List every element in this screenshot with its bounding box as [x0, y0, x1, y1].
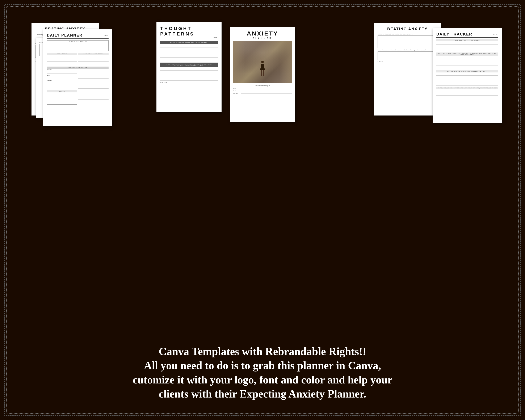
thought-q2-sub: ( Poor night's sleep, didn't eat, etc. — [162, 65, 216, 66]
feeling-line2 — [78, 59, 109, 62]
task-line3 — [47, 62, 77, 65]
cover-address-field: Address — [233, 93, 292, 94]
person-legs — [260, 70, 265, 76]
page-content-daily-planner: DAILY PLANNER DATE: TODAY'S AFFIRMATION … — [43, 29, 112, 126]
cover-email-line — [241, 91, 292, 91]
feeling-line3 — [78, 62, 109, 65]
anxiety-subtitle: PLANNER — [233, 37, 292, 39]
anxiety-main-title: ANXIETY — [233, 30, 292, 37]
anxiety-title-area: ANXIETY PLANNER — [233, 30, 292, 39]
tracker-date: DATE: — [494, 34, 498, 35]
bottom-line2: All you need to do is to grab this plann… — [27, 358, 498, 373]
task-line2 — [47, 59, 77, 62]
task-line1 — [47, 56, 77, 58]
notes-section: NOTES — [47, 90, 109, 105]
morning-label: MORNING — [47, 69, 55, 71]
evening-line — [47, 82, 77, 84]
right-back-q7-box — [378, 51, 437, 60]
notes-lines-col — [78, 90, 109, 105]
grounding-cols: MORNING NOON EVENING — [47, 69, 109, 89]
cover-address-label: Address — [233, 93, 240, 94]
cover-email-label: Email — [233, 90, 240, 92]
grounding-label: GROUNDING ACTIVITIES — [47, 66, 109, 69]
noon-label: NOON — [47, 75, 55, 76]
tasks-col: TOP 3 TASKS — [47, 53, 77, 66]
daily-planner-date: DATE: — [104, 35, 109, 36]
right-back-q8: 8. Do I fe... — [378, 61, 437, 62]
cover-crowd-image — [233, 41, 292, 83]
evening-row: EVENING — [47, 80, 77, 81]
thought-if: IF YOU HA... — [160, 82, 218, 83]
cover-name-label: Name — [233, 88, 240, 89]
thought-q1-box: WHICH THOUGHTS OCCUR MORE THAN OTHERS? — [160, 41, 218, 44]
crowd-blur-left — [233, 41, 245, 83]
noon-row: NOON — [47, 75, 77, 76]
tasks-feeling-row: TOP 3 TASKS HOW I'M FEELING TODAY — [47, 53, 109, 66]
grounding-times: MORNING NOON EVENING — [47, 69, 77, 89]
tracker-title: DAILY TRACKER — [436, 32, 472, 37]
feeling-col: HOW I'M FEELING TODAY — [78, 53, 109, 66]
right-back-q7: 7. How does my view of the world increas… — [378, 49, 437, 51]
tracker-q4-label: IF YOU COULD DO ANYTHING TO LIFT YOUR SP… — [436, 87, 498, 89]
bottom-text-area: Canva Templates with Rebrandable Rights!… — [10, 340, 515, 407]
evening-label: EVENING — [47, 80, 55, 81]
bottom-line4: clients with their Expecting Anxiety Pla… — [27, 387, 498, 401]
bottom-line3: cutomize it with your logo, font and col… — [27, 373, 498, 387]
person-leg-right — [263, 70, 264, 76]
tasks-label: TOP 3 TASKS — [47, 53, 77, 55]
right-back-title: BEATING ANXIETY — [378, 27, 437, 31]
crowd-blur-right — [280, 41, 292, 83]
cover-name-field: Name — [233, 88, 292, 89]
morning-row: MORNING — [47, 69, 77, 71]
affirmation-container: TODAY'S AFFIRMATION — [47, 40, 109, 51]
grounding-section: GROUNDING ACTIVITIES MORNING NOON EVENIN… — [47, 66, 109, 89]
page-content-thought-patterns: THOUGHT PATTERNS DATE: WHICH THOUGHTS OC… — [156, 22, 222, 112]
notes-cols: NOTES — [47, 90, 109, 105]
tracker-header: DAILY TRACKER DATE: — [436, 32, 498, 37]
page-content-right-back: BEATING ANXIETY 6. When am I least likel… — [374, 23, 441, 115]
pages-area: BEATING ANXIETY Anxiety and worry detrac… — [10, 10, 515, 361]
page-content-daily-tracker: DAILY TRACKER DATE: HOW ARE YOU FEELING … — [433, 28, 502, 123]
daily-planner-title: DAILY PLANNER — [47, 33, 83, 37]
cover-email-field: Email — [233, 90, 292, 92]
right-back-q6: 6. When am I least likely to be mindful?… — [378, 33, 437, 35]
tracker-q2-section: WHAT WERE YOU DOING OR THINKING OF, BEFO… — [436, 53, 498, 69]
person-head — [261, 61, 264, 63]
page-thought-patterns: THOUGHT PATTERNS DATE: WHICH THOUGHTS OC… — [156, 22, 222, 112]
thought-q2-container: HAVE YOU NOTICED A PATTERN OF WHEN THIS … — [160, 63, 218, 67]
notes-box — [47, 93, 77, 105]
bottom-line1: Canva Templates with Rebrandable Rights!… — [27, 344, 498, 359]
affirmation-label: TODAY'S AFFIRMATION — [47, 40, 108, 43]
thought-q1-text: WHICH THOUGHTS OCCUR MORE THAN OTHERS? — [162, 42, 216, 43]
cover-belongs-text: This planner belongs to — [233, 85, 292, 86]
affirmation-space — [47, 43, 108, 51]
page-content-anxiety-cover: ANXIETY PLANNER — [230, 27, 295, 122]
tracker-q2-label: WHAT WERE YOU DOING OR THINKING OF, BEFO… — [436, 53, 498, 56]
daily-planner-header: DAILY PLANNER DATE: — [47, 33, 109, 39]
page-daily-tracker: DAILY TRACKER DATE: HOW ARE YOU FEELING … — [433, 28, 502, 123]
thought-title: THOUGHT PATTERNS — [160, 26, 213, 37]
cover-name-line — [241, 89, 292, 89]
right-back-q6-box — [378, 36, 437, 48]
tracker-q1-label: HOW ARE YOU FEELING TODAY: — [436, 39, 498, 41]
cover-address-line — [241, 93, 292, 93]
person-body — [260, 64, 265, 70]
notes-box-col: NOTES — [47, 90, 77, 105]
thought-date: DATE: — [213, 37, 218, 38]
notes-label: NOTES — [47, 90, 77, 93]
morning-line — [47, 71, 77, 74]
person-leg-left — [261, 70, 262, 76]
page-beating-anxiety-right-back: BEATING ANXIETY 6. When am I least likel… — [374, 23, 441, 115]
tracker-q3-label: WHY DO YOU THINK IT MADE YOU FEEL THIS W… — [436, 70, 498, 73]
feeling-line1 — [78, 56, 109, 58]
person-silhouette — [260, 61, 265, 80]
tracker-q4-section: IF YOU COULD DO ANYTHING TO LIFT YOUR SP… — [436, 87, 498, 102]
feeling-label: HOW I'M FEELING TODAY — [78, 53, 109, 55]
noon-line — [47, 76, 77, 79]
page-daily-planner: DAILY PLANNER DATE: TODAY'S AFFIRMATION … — [43, 29, 112, 126]
thought-q2-box: HAVE YOU NOTICED A PATTERN OF WHEN THIS … — [160, 63, 218, 67]
grounding-lines — [78, 69, 109, 89]
thought-header: THOUGHT PATTERNS DATE: — [160, 26, 218, 39]
page-anxiety-cover: ANXIETY PLANNER — [230, 27, 295, 122]
tracker-q3-section: WHY DO YOU THINK IT MADE YOU FEEL THIS W… — [436, 70, 498, 86]
